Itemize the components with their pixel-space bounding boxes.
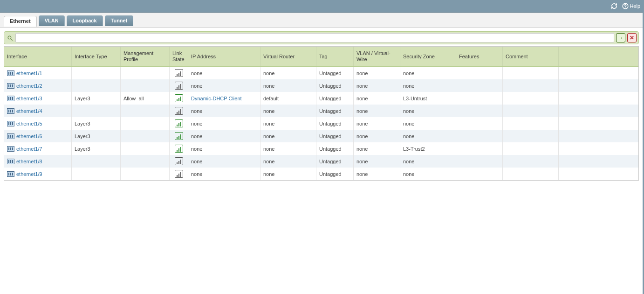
table-row: ethernet1/6Layer3nonenoneUntaggednonenon…: [4, 130, 638, 142]
cell-comment: [503, 142, 559, 155]
tab-bar: EthernetVLANLoopbackTunnel: [0, 13, 644, 28]
cell-tag: Untagged: [316, 130, 354, 142]
rj45-port-icon: [7, 171, 14, 177]
cell-interface-type: [72, 155, 121, 168]
tab-label: Ethernet: [10, 18, 31, 24]
column-header[interactable]: Security Zone: [400, 47, 456, 66]
column-header[interactable]: [559, 47, 638, 66]
interfaces-table: InterfaceInterface TypeManagement Profil…: [4, 46, 639, 181]
interface-link[interactable]: ethernet1/1: [16, 70, 42, 76]
cell-vlan-vwire: none: [354, 92, 400, 105]
cell-virtual-router: none: [260, 117, 316, 130]
cell-security-zone: none: [400, 168, 456, 180]
ip-address-text: none: [191, 133, 202, 139]
search-clear-button[interactable]: ✕: [627, 33, 637, 42]
cell-security-zone: none: [400, 130, 456, 142]
cell-link-state: [170, 155, 188, 168]
tab-vlan[interactable]: VLAN: [39, 15, 65, 26]
cell-virtual-router: none: [260, 67, 316, 79]
tab-tunnel[interactable]: Tunnel: [105, 15, 133, 26]
tab-loopback[interactable]: Loopback: [67, 15, 103, 26]
link-state-icon: [175, 69, 183, 77]
cell-comment: [503, 67, 559, 79]
column-header[interactable]: Tag: [316, 47, 354, 66]
cell-interface: ethernet1/8: [4, 155, 72, 168]
cell-filler: [559, 130, 638, 142]
cell-comment: [503, 130, 559, 142]
ip-address-link[interactable]: Dynamic-DHCP Client: [191, 96, 242, 101]
interface-link[interactable]: ethernet1/8: [16, 159, 42, 164]
search-input[interactable]: [15, 33, 614, 42]
column-header[interactable]: IP Address: [188, 47, 260, 66]
interface-link[interactable]: ethernet1/5: [16, 121, 42, 126]
cell-security-zone: L3-Trust2: [400, 142, 456, 155]
cell-link-state: [170, 105, 188, 117]
rj45-port-icon: [7, 133, 14, 139]
rj45-port-icon: [7, 70, 14, 76]
close-icon: ✕: [630, 35, 634, 41]
cell-ip-address: none: [188, 67, 260, 79]
interface-link[interactable]: ethernet1/3: [16, 96, 42, 101]
search-go-button[interactable]: →: [616, 33, 625, 42]
cell-security-zone: L3-Untrust: [400, 92, 456, 105]
cell-ip-address: none: [188, 105, 260, 117]
cell-tag: Untagged: [316, 117, 354, 130]
column-header[interactable]: Virtual Router: [260, 47, 316, 66]
cell-ip-address: none: [188, 117, 260, 130]
cell-tag: Untagged: [316, 92, 354, 105]
cell-vlan-vwire: none: [354, 79, 400, 92]
tab-ethernet[interactable]: Ethernet: [4, 16, 37, 27]
interface-link[interactable]: ethernet1/9: [16, 171, 42, 177]
interface-link[interactable]: ethernet1/4: [16, 108, 42, 114]
cell-link-state: [170, 67, 188, 79]
cell-ip-address: none: [188, 79, 260, 92]
cell-management-profile: [121, 117, 170, 130]
cell-vlan-vwire: none: [354, 130, 400, 142]
cell-interface-type: [72, 67, 121, 79]
cell-management-profile: [121, 168, 170, 180]
cell-interface-type: Layer3: [72, 130, 121, 142]
link-state-icon: [175, 107, 183, 115]
help-icon: [622, 3, 629, 9]
cell-virtual-router: none: [260, 130, 316, 142]
table-row: ethernet1/2nonenoneUntaggednonenone: [4, 79, 638, 92]
cell-filler: [559, 79, 638, 92]
column-header[interactable]: VLAN / Virtual-Wire: [354, 47, 400, 66]
cell-vlan-vwire: none: [354, 117, 400, 130]
cell-features: [456, 105, 503, 117]
cell-features: [456, 142, 503, 155]
column-header[interactable]: Link State: [170, 47, 188, 66]
cell-link-state: [170, 168, 188, 180]
cell-comment: [503, 168, 559, 180]
help-button[interactable]: Help: [622, 3, 640, 9]
cell-filler: [559, 105, 638, 117]
cell-virtual-router: none: [260, 79, 316, 92]
column-header[interactable]: Interface: [4, 47, 72, 66]
cell-comment: [503, 155, 559, 168]
cell-security-zone: none: [400, 79, 456, 92]
column-header[interactable]: Management Profile: [121, 47, 170, 66]
arrow-right-icon: →: [618, 35, 623, 41]
column-header[interactable]: Features: [456, 47, 503, 66]
interface-link[interactable]: ethernet1/7: [16, 146, 42, 152]
refresh-button[interactable]: [611, 3, 617, 9]
cell-features: [456, 155, 503, 168]
table-header: InterfaceInterface TypeManagement Profil…: [4, 47, 638, 67]
link-state-icon: [175, 132, 183, 140]
ip-address-text: none: [191, 70, 202, 76]
cell-interface: ethernet1/9: [4, 168, 72, 180]
interface-link[interactable]: ethernet1/2: [16, 83, 42, 89]
table-row: ethernet1/9nonenoneUntaggednonenone: [4, 168, 638, 180]
cell-interface-type: [72, 105, 121, 117]
cell-link-state: [170, 130, 188, 142]
ip-address-text: none: [191, 83, 202, 89]
cell-filler: [559, 168, 638, 180]
rj45-port-icon: [7, 108, 14, 114]
table-row: ethernet1/4nonenoneUntaggednonenone: [4, 105, 638, 117]
interface-link[interactable]: ethernet1/6: [16, 133, 42, 139]
column-header[interactable]: Interface Type: [72, 47, 121, 66]
cell-security-zone: none: [400, 155, 456, 168]
column-header[interactable]: Comment: [503, 47, 559, 66]
cell-management-profile: [121, 67, 170, 79]
link-state-icon: [175, 82, 183, 90]
